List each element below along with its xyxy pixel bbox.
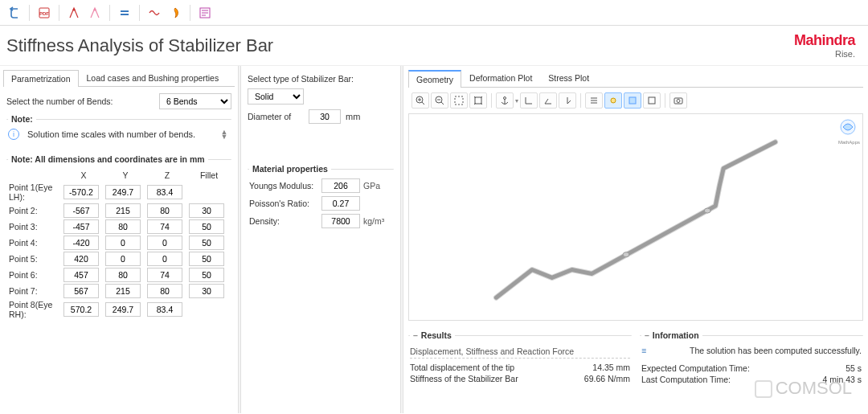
coord-input[interactable] <box>63 268 99 282</box>
coord-input[interactable] <box>63 219 99 234</box>
col-z: Z <box>146 169 188 182</box>
header: Stiffness Analysis of Stabilizer Bar Mah… <box>0 26 868 66</box>
main-toolbar: PDF <box>0 0 868 26</box>
point-label: Point 6: <box>8 267 63 283</box>
graphics-tabs: Geometry Deformation Plot Stress Plot <box>408 69 863 88</box>
fire-icon[interactable] <box>166 3 185 23</box>
results-subhead: Displacement, Stiffness and Reaction For… <box>410 346 630 359</box>
bends-select[interactable]: 6 Bends <box>159 93 231 109</box>
anchor-icon[interactable] <box>496 92 514 109</box>
diameter-unit: mm <box>346 112 360 121</box>
coord-input[interactable] <box>189 252 224 266</box>
ym-label: Youngs Modulus: <box>249 181 321 191</box>
coord-input[interactable] <box>105 219 141 234</box>
disp-label: Total displacement of the tip <box>410 363 514 372</box>
zoom-out-icon[interactable] <box>431 92 448 109</box>
coord-input[interactable] <box>147 268 182 282</box>
viewport-logo: MathApps <box>838 119 858 138</box>
ym-unit: GPa <box>363 181 392 191</box>
pr-label: Poisson's Ratio: <box>249 199 321 208</box>
compass-icon[interactable] <box>64 3 84 23</box>
material-fieldset: Material properties Youngs Modulus: GPa … <box>248 164 394 236</box>
pdf-icon[interactable]: PDF <box>35 3 54 23</box>
scene-light-icon[interactable] <box>604 92 622 109</box>
right-panel: Geometry Deformation Plot Stress Plot ▾ <box>403 66 868 413</box>
zoom-box-icon[interactable] <box>450 92 468 109</box>
coord-input[interactable] <box>147 219 182 234</box>
snapshot-icon[interactable] <box>669 92 687 109</box>
diameter-input[interactable] <box>309 109 341 124</box>
brand-sub: Rise. <box>794 49 855 59</box>
type-label: Select type of Stabilizer Bar: <box>248 74 354 84</box>
note-fieldset: Note: i Solution time scales with number… <box>6 114 231 150</box>
zoom-in-icon[interactable] <box>411 92 429 109</box>
back-icon[interactable] <box>5 3 24 23</box>
mid-panel: Select type of Stabilizer Bar: Solid Dia… <box>241 66 400 413</box>
svg-line-11 <box>422 102 424 105</box>
view-xz-icon[interactable] <box>539 92 557 109</box>
coord-input[interactable] <box>105 302 141 317</box>
note-legend: Note: <box>8 114 36 124</box>
lines-icon[interactable] <box>585 92 603 109</box>
coord-input[interactable] <box>147 302 182 317</box>
point-label: Point 7: <box>8 283 63 299</box>
tab-stress[interactable]: Stress Plot <box>540 69 597 87</box>
stiff-value: 69.66 N/mm <box>584 374 630 383</box>
coord-input[interactable] <box>189 236 224 250</box>
coord-input[interactable] <box>105 268 141 282</box>
spinner-icon[interactable]: ▲▼ <box>219 129 230 139</box>
coord-input[interactable] <box>147 236 182 250</box>
disp-value: 14.35 mm <box>592 363 630 372</box>
view-yz-icon[interactable] <box>559 92 576 109</box>
coord-input[interactable] <box>105 203 141 218</box>
coord-input[interactable] <box>105 252 141 266</box>
coord-input[interactable] <box>63 302 99 317</box>
tab-parametrization[interactable]: Parametrization <box>3 70 79 87</box>
report-icon[interactable] <box>195 3 215 23</box>
coord-input[interactable] <box>63 284 99 298</box>
svg-line-15 <box>441 102 444 105</box>
pr-input[interactable] <box>321 196 360 211</box>
coord-input[interactable] <box>63 236 99 250</box>
shade-icon[interactable] <box>624 92 641 109</box>
zoom-extents-icon[interactable] <box>469 92 487 109</box>
wireframe-icon[interactable] <box>643 92 661 109</box>
svg-point-35 <box>623 252 629 257</box>
coord-input[interactable] <box>189 203 224 218</box>
col-fillet: Fillet <box>188 169 230 182</box>
ym-input[interactable] <box>321 178 360 193</box>
coord-input[interactable] <box>189 284 224 298</box>
coord-input[interactable] <box>189 268 224 282</box>
coord-input[interactable] <box>105 236 141 250</box>
coord-input[interactable] <box>189 219 224 234</box>
last-time-value: 4 min 43 s <box>823 375 862 384</box>
coord-input[interactable] <box>147 185 182 199</box>
left-panel: Parametrization Load cases and Bushing p… <box>0 66 238 413</box>
tab-load-cases[interactable]: Load cases and Bushing properties <box>79 69 227 86</box>
compass-alt-icon[interactable] <box>85 3 104 23</box>
exp-time-value: 55 s <box>845 363 862 373</box>
tab-deformation[interactable]: Deformation Plot <box>461 69 540 87</box>
coord-input[interactable] <box>63 185 99 199</box>
coord-input[interactable] <box>105 185 141 199</box>
table-row: Point 5: <box>8 251 230 267</box>
coord-input[interactable] <box>147 284 182 298</box>
stiff-label: Stiffness of the Stabilizer Bar <box>410 374 518 383</box>
coord-input[interactable] <box>147 203 182 218</box>
den-input[interactable] <box>321 214 360 228</box>
info-legend: Information <box>641 330 702 340</box>
coord-input[interactable] <box>147 252 182 266</box>
coord-input[interactable] <box>105 284 141 298</box>
info-icon: i <box>8 129 19 140</box>
svg-rect-32 <box>649 97 655 104</box>
graphics-viewport[interactable]: MathApps <box>408 113 863 321</box>
type-select[interactable]: Solid <box>248 88 304 105</box>
coord-input[interactable] <box>63 203 99 218</box>
results-fieldset: Results Displacement, Stiffness and Reac… <box>408 330 632 390</box>
coord-input[interactable] <box>63 252 99 266</box>
wave-icon[interactable] <box>145 3 164 23</box>
tab-geometry[interactable]: Geometry <box>408 70 461 88</box>
equals-icon[interactable] <box>115 3 134 23</box>
den-label: Density: <box>249 216 321 226</box>
view-xy-icon[interactable] <box>520 92 538 109</box>
